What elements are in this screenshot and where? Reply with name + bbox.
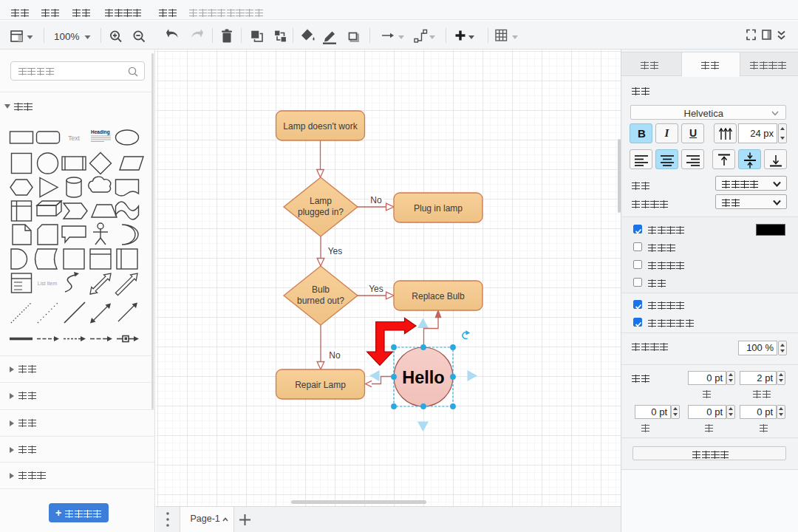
svg-text:burned out?: burned out?	[297, 296, 344, 306]
svg-text:No: No	[370, 195, 382, 205]
svg-text:Plug in lamp: Plug in lamp	[414, 203, 463, 214]
svg-text:plugged in?: plugged in?	[298, 207, 344, 217]
svg-text:Replace Bulb: Replace Bulb	[412, 291, 465, 301]
svg-text:Repair Lamp: Repair Lamp	[295, 380, 346, 390]
svg-text:Lamp: Lamp	[310, 196, 332, 206]
svg-text:Heading: Heading	[91, 129, 110, 135]
svg-text:Yes: Yes	[369, 284, 383, 294]
svg-text:100%: 100%	[54, 31, 80, 42]
svg-text:Bulb: Bulb	[312, 284, 330, 295]
svg-text:Lamp doesn't work: Lamp doesn't work	[283, 121, 358, 132]
svg-text:Hello: Hello	[402, 368, 444, 387]
svg-text:Text: Text	[68, 134, 80, 142]
svg-text:Yes: Yes	[328, 246, 343, 256]
svg-text:No: No	[329, 350, 341, 361]
svg-text:List Item: List Item	[38, 281, 58, 286]
